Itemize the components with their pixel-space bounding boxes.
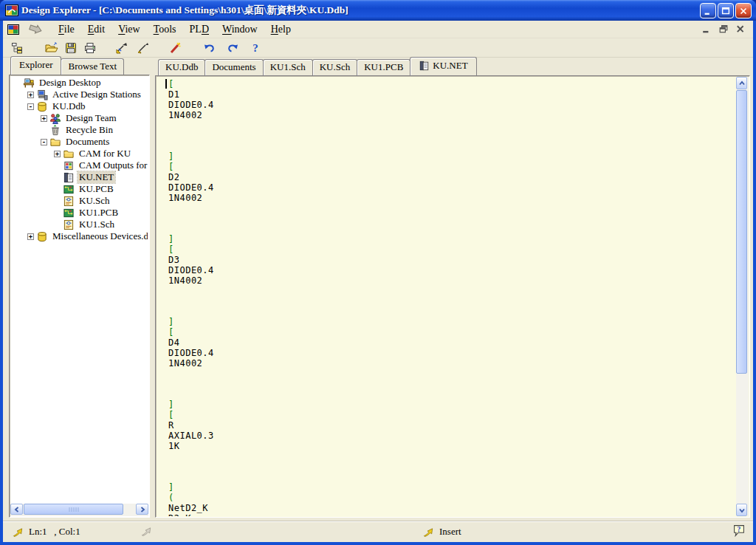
scroll-up-button[interactable] — [736, 77, 747, 89]
mdi-minimize-button[interactable] — [699, 24, 713, 35]
database-icon — [36, 101, 48, 112]
tree-item-ku-pcb[interactable]: KU.PCB — [11, 183, 148, 195]
redo-icon — [226, 42, 239, 54]
tree-item-cam-for-ku[interactable]: +CAM for KU — [11, 148, 148, 160]
scroll-left-button[interactable] — [10, 504, 23, 515]
editor-line: 1N4002 — [168, 110, 736, 120]
knife-icon — [115, 42, 128, 54]
menu-window[interactable]: Window — [216, 22, 264, 36]
explorer-toggle-icon — [10, 42, 24, 54]
horizontal-scrollbar[interactable] — [10, 504, 148, 516]
menu-view[interactable]: View — [111, 22, 147, 36]
editor-line: 1N4002 — [168, 193, 736, 203]
menu-pld[interactable]: PLD — [183, 22, 216, 36]
scrollbar-thumb[interactable] — [736, 90, 747, 374]
expand-toggle[interactable]: + — [54, 151, 61, 157]
expand-toggle[interactable]: + — [41, 115, 47, 122]
help-balloon-icon[interactable]: ? — [732, 524, 746, 537]
status-arrow-icon — [12, 527, 24, 538]
help-status[interactable]: ? — [732, 524, 746, 537]
svg-text:?: ? — [738, 525, 741, 533]
scrollbar-thumb[interactable] — [24, 504, 123, 515]
cursor-position-label: Ln:1 , Col:1 — [29, 526, 80, 538]
tree-item-active-design-stations[interactable]: +Active Design Stations — [11, 89, 148, 100]
save-icon — [64, 42, 78, 54]
print-button[interactable] — [80, 40, 99, 56]
cam-icon — [63, 160, 75, 171]
sch-icon — [63, 219, 75, 230]
collapse-toggle[interactable]: - — [27, 103, 34, 110]
doc-tab-documents[interactable]: Documents — [205, 59, 263, 75]
panel-tab-label: Browse Text — [68, 61, 117, 72]
editor-line: [ — [168, 79, 736, 89]
editor-line: ] — [168, 400, 736, 410]
undo-icon — [203, 42, 216, 54]
tree-item-ku-sch[interactable]: KU.Sch — [11, 195, 148, 207]
team-icon — [49, 113, 61, 124]
doc-tab-ku-net[interactable]: KU.NET — [410, 57, 476, 75]
open-folder-button[interactable] — [42, 40, 61, 56]
scroll-right-button[interactable] — [136, 504, 148, 515]
tree-view: Design Desktop+Active Design Stations-KU… — [11, 77, 148, 503]
editor-line: DIODE0.4 — [168, 100, 736, 110]
expand-toggle[interactable]: + — [27, 92, 34, 98]
workstation-icon — [36, 89, 48, 100]
tree-item-cam-outputs-for-ku[interactable]: CAM Outputs for KU — [11, 160, 148, 171]
tree-item-ku1-pcb[interactable]: KU1.PCB — [11, 207, 148, 219]
sch-icon — [63, 196, 75, 207]
editor-line: 1N4002 — [168, 275, 736, 286]
editor-line — [168, 286, 736, 296]
minimize-button[interactable] — [700, 3, 716, 18]
tree-item-label: KU1.Sch — [78, 219, 116, 230]
tree-item-label: Design Desktop — [38, 77, 102, 89]
mdi-close-button[interactable] — [733, 24, 747, 35]
panel-tab-browse-text[interactable]: Browse Text — [61, 58, 124, 75]
tree-item-label: Design Team — [64, 112, 118, 124]
editor-line: [ — [168, 244, 736, 255]
help-button[interactable]: ? — [246, 40, 264, 56]
tree-item-label: CAM for KU — [78, 148, 132, 160]
undo-button[interactable] — [200, 40, 219, 56]
maximize-button[interactable] — [718, 3, 734, 18]
doc-tab-ku1-sch[interactable]: KU1.Sch — [263, 59, 313, 75]
editor-line: ] — [168, 482, 736, 493]
tree-item-documents[interactable]: -Documents — [11, 136, 148, 148]
pick-button[interactable] — [134, 40, 152, 56]
editor-line: [ — [168, 162, 736, 172]
editor-line: 1K — [168, 441, 736, 451]
editor-lines[interactable]: [D1DIODE0.41N4002 ][D2DIODE0.41N4002 ][D… — [157, 77, 736, 516]
knife-button[interactable] — [112, 40, 131, 56]
tree-item-ku1-sch[interactable]: KU1.Sch — [11, 219, 148, 230]
tree-item-design-team[interactable]: +Design Team — [11, 112, 148, 124]
explorer-panel: Design Desktop+Active Design Stations-KU… — [9, 75, 150, 518]
document-menu-arrow-button[interactable] — [25, 23, 44, 36]
tree-item-design-desktop[interactable]: Design Desktop — [11, 77, 148, 89]
doc-tab-ku-ddb[interactable]: KU.Ddb — [158, 59, 205, 75]
tree-item-ku-net[interactable]: KU.NET — [11, 171, 148, 183]
save-button[interactable] — [61, 40, 80, 56]
explorer-toggle-button[interactable] — [7, 40, 26, 56]
editor-line: AXIAL0.3 — [168, 431, 736, 441]
panel-tab-explorer[interactable]: Explorer — [10, 56, 61, 75]
menu-help[interactable]: Help — [264, 22, 298, 36]
redo-button[interactable] — [223, 40, 241, 56]
tree-item-ku-ddb[interactable]: -KU.Ddb — [11, 100, 148, 112]
tree-item-recycle-bin[interactable]: Recycle Bin — [11, 124, 148, 136]
doc-tab-label: KU.NET — [433, 60, 467, 72]
menu-file[interactable]: File — [52, 22, 81, 36]
collapse-toggle[interactable]: - — [41, 139, 47, 145]
tree-item-label: Recycle Bin — [64, 124, 114, 136]
doc-tab-ku-sch[interactable]: KU.Sch — [312, 59, 358, 75]
editor-line — [168, 389, 736, 400]
tree-item-miscellaneous-devices-ddb[interactable]: +Miscellaneous Devices.ddb — [11, 230, 148, 242]
scroll-down-button[interactable] — [736, 504, 747, 516]
wand-button[interactable] — [165, 40, 184, 56]
menu-tools[interactable]: Tools — [147, 22, 183, 36]
expand-toggle[interactable]: + — [27, 233, 34, 240]
tree-item-label: KU.Ddb — [51, 100, 86, 112]
menu-edit[interactable]: Edit — [81, 22, 111, 36]
close-button[interactable] — [735, 3, 752, 18]
mdi-restore-button[interactable] — [716, 24, 730, 35]
doc-tab-ku1-pcb[interactable]: KU1.PCB — [357, 59, 410, 75]
vertical-scrollbar[interactable] — [736, 77, 749, 516]
